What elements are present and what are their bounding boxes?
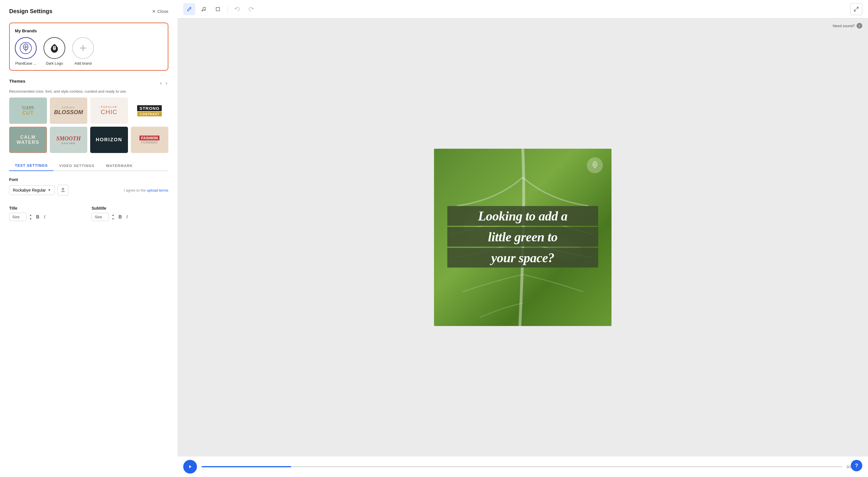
toolbar-left <box>183 3 257 15</box>
toolbar-redo-button[interactable] <box>245 3 257 15</box>
font-row: Rockabye Regular ▼ I agree to the upload… <box>9 185 168 196</box>
brand-label-add: Add brand <box>74 61 92 66</box>
brands-row: PlantEase ... Dark Logo <box>15 37 163 66</box>
leaf-background: Looking to add a little green to your sp… <box>434 149 612 326</box>
left-panel: Design Settings ✕ Close My Brands <box>0 0 178 477</box>
svg-rect-9 <box>216 7 220 11</box>
themes-next-button[interactable]: › <box>165 80 168 87</box>
title-size-arrows: ▲ ▼ <box>29 213 33 221</box>
play-button[interactable] <box>183 460 197 474</box>
title-bold-button[interactable]: B <box>35 213 41 221</box>
progress-bar-container[interactable] <box>202 466 842 467</box>
theme-card-strong-contrast[interactable]: STRONG CONTRAST <box>131 98 168 124</box>
subtitle-size-up[interactable]: ▲ <box>111 213 115 217</box>
toolbar-right <box>850 3 862 15</box>
tab-video-settings[interactable]: VIDEO SETTINGS <box>54 161 100 171</box>
brand-label-darklogo: Dark Logo <box>46 61 63 66</box>
help-button[interactable]: ? <box>851 460 862 471</box>
title-size-down[interactable]: ▼ <box>29 217 33 221</box>
font-dropdown-icon: ▼ <box>48 188 51 192</box>
canvas-text-line-2: little green to <box>447 227 598 246</box>
brand-item-add[interactable]: Add brand <box>72 37 94 66</box>
canvas-text-overlay: Looking to add a little green to your sp… <box>447 206 598 269</box>
toolbar-music-button[interactable] <box>197 3 210 15</box>
toolbar-pencil-button[interactable] <box>183 3 195 15</box>
title-label: Title <box>9 206 86 210</box>
font-selected-value: Rockabye Regular <box>13 188 46 193</box>
title-size-box: Size <box>9 213 26 221</box>
upload-terms: I agree to the upload terms <box>124 188 168 193</box>
toolbar-crop-button[interactable] <box>212 3 224 15</box>
themes-subtitle: Recommended color, font, and style combo… <box>9 89 168 94</box>
font-section: Font Rockabye Regular ▼ I agree to the u… <box>9 177 168 196</box>
close-label: Close <box>157 9 168 14</box>
top-toolbar <box>178 0 868 18</box>
theme-card-spring-blossom[interactable]: SPRING BLOSSOM <box>50 98 88 124</box>
subtitle-size-row: Size ▲ ▼ B I <box>92 213 168 221</box>
theme-card-clean-cut[interactable]: CLEAN CUT <box>9 98 47 124</box>
themes-nav: ‹ › <box>159 80 168 87</box>
svg-point-8 <box>204 9 205 10</box>
upload-terms-link[interactable]: upload terms <box>147 188 168 193</box>
toolbar-undo-button[interactable] <box>231 3 243 15</box>
theme-card-fashion-forward[interactable]: FASHION FORWARD <box>131 127 168 153</box>
tab-text-settings[interactable]: TEXT SETTINGS <box>9 161 54 171</box>
svg-point-7 <box>202 10 203 11</box>
subtitle-bold-button[interactable]: B <box>117 213 123 221</box>
progress-fill <box>202 466 291 467</box>
subtitle-size-box: Size <box>92 213 109 221</box>
brand-item-plantease[interactable]: PlantEase ... <box>15 37 37 66</box>
sound-notice: Need sound? i <box>833 23 862 29</box>
title-size-up[interactable]: ▲ <box>29 213 33 217</box>
panel-header: Design Settings ✕ Close <box>9 8 168 14</box>
theme-card-horizon[interactable]: HORIZON <box>90 127 128 153</box>
brand-label-plantease: PlantEase ... <box>15 61 36 66</box>
theme-card-popular-chic[interactable]: POPULAR CHIC <box>90 98 128 124</box>
sound-notice-label: Need sound? <box>833 24 855 28</box>
title-italic-button[interactable]: I <box>43 213 46 221</box>
brand-icon-plantease <box>15 37 37 59</box>
info-icon[interactable]: i <box>857 23 862 29</box>
brand-icon-add <box>72 37 94 59</box>
brands-title: My Brands <box>15 28 163 33</box>
title-size-row: Size ▲ ▼ B I <box>9 213 86 221</box>
brand-icon-darklogo <box>43 37 65 59</box>
bottom-bar: 0:03/0:22 <box>178 456 868 477</box>
subtitle-size-arrows: ▲ ▼ <box>111 213 115 221</box>
subtitle-label: Subtitle <box>92 206 168 210</box>
title-size-label: Size <box>12 215 20 219</box>
font-label: Font <box>9 177 168 182</box>
close-button[interactable]: ✕ Close <box>152 9 168 14</box>
progress-track <box>202 466 842 467</box>
brands-section: My Brands PlantEase ... <box>9 23 168 71</box>
themes-grid: CLEAN CUT SPRING BLOSSOM POPULAR CHIC ST… <box>9 98 168 153</box>
close-icon: ✕ <box>152 9 156 14</box>
canvas-text-line-1: Looking to add a <box>447 206 598 226</box>
subtitle-section: Subtitle Size ▲ ▼ B I <box>92 206 168 221</box>
tab-watermark[interactable]: WATERMARK <box>100 161 138 171</box>
canvas-text-line-3: your space? <box>447 248 598 267</box>
font-upload-button[interactable] <box>58 185 68 196</box>
title-section: Title Size ▲ ▼ B I <box>9 206 86 221</box>
brand-item-darklogo[interactable]: Dark Logo <box>43 37 65 66</box>
subtitle-size-label: Size <box>95 215 102 219</box>
themes-header: Themes ‹ › <box>9 79 168 88</box>
panel-title: Design Settings <box>9 8 52 14</box>
subtitle-italic-button[interactable]: I <box>125 213 128 221</box>
subtitle-size-down[interactable]: ▼ <box>111 217 115 221</box>
canvas-logo <box>587 157 603 173</box>
help-icon: ? <box>855 463 858 469</box>
themes-prev-button[interactable]: ‹ <box>159 80 163 87</box>
font-select[interactable]: Rockabye Regular ▼ <box>9 185 55 195</box>
themes-title: Themes <box>9 79 26 83</box>
font-select-wrapper: Rockabye Regular ▼ <box>9 185 68 196</box>
canvas-image: Looking to add a little green to your sp… <box>434 149 612 326</box>
theme-card-smooth-sailing[interactable]: SMOOTH SAILING <box>50 127 88 153</box>
tabs-row: TEXT SETTINGS VIDEO SETTINGS WATERMARK <box>9 160 168 171</box>
theme-card-calm-waters[interactable]: CALMWATERS <box>9 127 47 153</box>
themes-section: Themes ‹ › Recommended color, font, and … <box>9 79 168 153</box>
right-panel: Need sound? i <box>178 0 868 477</box>
title-subtitle-row: Title Size ▲ ▼ B I Subtitle Size ▲ <box>9 206 168 221</box>
expand-button[interactable] <box>850 3 862 15</box>
canvas-area: Need sound? i <box>178 18 868 456</box>
